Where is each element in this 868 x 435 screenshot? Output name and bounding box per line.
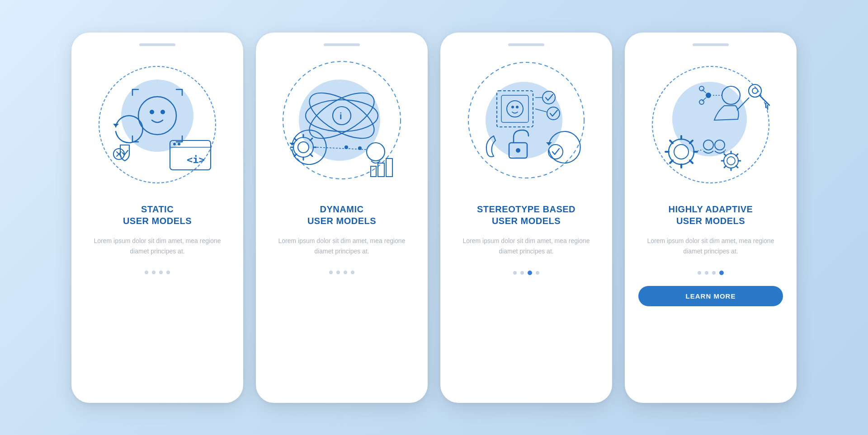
svg-line-25 <box>310 154 312 156</box>
svg-line-81 <box>736 154 738 156</box>
dot-1 <box>513 271 517 275</box>
svg-point-50 <box>722 86 740 104</box>
dot-3 <box>159 271 163 274</box>
dot-4-active <box>719 271 724 275</box>
svg-rect-34 <box>386 159 392 177</box>
svg-point-0 <box>138 97 176 135</box>
svg-line-53 <box>760 95 769 105</box>
stereotype-card-description: Lorem ipsum dolor sit dim amet, mea regi… <box>454 236 599 257</box>
svg-marker-48 <box>546 142 552 145</box>
cards-container: <i> STATIC USER MODELS Lorem ipsum dolor… <box>53 14 815 421</box>
adaptive-card-title: HIGHLY ADAPTIVE USER MODELS <box>669 203 753 227</box>
svg-point-2 <box>160 110 165 114</box>
phone-notch-2 <box>324 43 360 46</box>
stereotype-card-title: STEREOTYPE BASED USER MODELS <box>477 203 576 227</box>
svg-rect-38 <box>501 95 528 122</box>
dot-1 <box>145 271 148 274</box>
svg-line-62 <box>702 98 706 101</box>
dynamic-dots <box>329 271 354 274</box>
dynamic-card-title: DYNAMIC USER MODELS <box>307 203 376 227</box>
svg-point-31 <box>344 145 348 149</box>
svg-text:<i>: <i> <box>187 154 205 165</box>
svg-line-80 <box>736 166 738 168</box>
svg-point-9 <box>173 143 176 145</box>
svg-line-61 <box>702 89 706 93</box>
svg-line-26 <box>310 138 312 140</box>
svg-point-36 <box>468 62 584 178</box>
stereotype-illustration-svg <box>458 57 594 192</box>
dot-2 <box>336 271 340 274</box>
dot-4 <box>351 271 354 274</box>
svg-point-49 <box>548 145 563 159</box>
phone-notch-3 <box>508 43 544 46</box>
svg-point-83 <box>703 140 713 150</box>
dot-4 <box>166 271 170 274</box>
svg-point-10 <box>178 143 180 145</box>
svg-point-29 <box>367 143 385 161</box>
svg-point-84 <box>715 140 725 150</box>
static-card-title: STATIC USER MODELS <box>123 203 192 227</box>
illustration-highly-adaptive <box>643 57 778 192</box>
card-stereotype: STEREOTYPE BASED USER MODELS Lorem ipsum… <box>440 33 612 403</box>
illustration-stereotype <box>458 57 594 192</box>
svg-point-41 <box>516 106 519 108</box>
dynamic-illustration-svg: i <box>274 57 410 192</box>
svg-point-19 <box>298 142 309 153</box>
svg-point-40 <box>511 106 514 108</box>
svg-line-85 <box>695 150 703 152</box>
svg-point-39 <box>507 101 523 117</box>
static-card-description: Lorem ipsum dolor sit dim amet, mea regi… <box>85 236 230 257</box>
svg-point-32 <box>358 146 362 150</box>
adaptive-dots <box>698 271 724 275</box>
static-dots <box>145 271 170 274</box>
svg-point-74 <box>727 157 735 165</box>
illustration-dynamic: i <box>274 57 410 192</box>
svg-line-45 <box>535 109 547 112</box>
svg-text:i: i <box>340 111 342 121</box>
svg-rect-33 <box>378 163 384 177</box>
svg-rect-35 <box>371 166 376 177</box>
illustration-static: <i> <box>90 57 225 192</box>
adaptive-illustration-svg <box>643 57 778 192</box>
svg-point-52 <box>752 88 758 94</box>
svg-point-1 <box>150 110 154 114</box>
card-static: <i> STATIC USER MODELS Lorem ipsum dolor… <box>71 33 243 403</box>
svg-line-79 <box>724 154 726 156</box>
svg-point-64 <box>674 145 689 159</box>
dot-2 <box>152 271 156 274</box>
svg-rect-37 <box>497 91 533 127</box>
dot-2 <box>520 271 524 275</box>
svg-line-70 <box>690 160 693 163</box>
svg-point-47 <box>516 148 520 153</box>
svg-marker-3 <box>113 124 119 127</box>
svg-line-82 <box>724 166 726 168</box>
svg-point-58 <box>706 93 711 98</box>
stereotype-dots <box>513 271 539 275</box>
card-dynamic: i <box>256 33 428 403</box>
dot-4 <box>536 271 539 275</box>
dot-1 <box>698 271 701 275</box>
dot-3-active <box>528 271 532 275</box>
svg-line-71 <box>690 140 693 143</box>
adaptive-card-description: Lorem ipsum dolor sit dim amet, mea regi… <box>638 236 783 257</box>
svg-line-72 <box>670 160 673 163</box>
phone-notch-1 <box>139 43 175 46</box>
svg-line-69 <box>670 140 673 143</box>
svg-point-43 <box>547 107 560 120</box>
card-highly-adaptive: HIGHLY ADAPTIVE USER MODELS Lorem ipsum … <box>625 33 797 403</box>
dot-1 <box>329 271 333 274</box>
dot-2 <box>705 271 708 275</box>
dot-3 <box>712 271 716 275</box>
svg-point-42 <box>542 91 555 104</box>
dynamic-card-description: Lorem ipsum dolor sit dim amet, mea regi… <box>269 236 414 257</box>
learn-more-button[interactable]: LEARN MORE <box>638 286 783 306</box>
static-illustration-svg: <i> <box>90 57 225 192</box>
phone-notch-4 <box>693 43 729 46</box>
dot-3 <box>344 271 347 274</box>
